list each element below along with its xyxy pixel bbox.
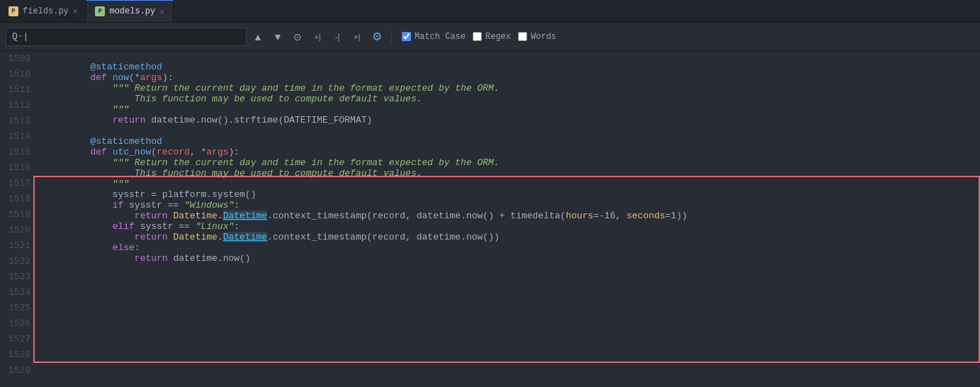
add-rule-button[interactable]: +| [309, 28, 326, 46]
clear-button[interactable]: ×| [349, 28, 366, 46]
words-text: Words [531, 32, 556, 42]
settings-button[interactable]: ⚙ [368, 28, 385, 46]
nav-down-button[interactable]: ▼ [269, 28, 286, 46]
match-case-label[interactable]: Match Case [402, 32, 466, 42]
tab-fields-label: fields.py [23, 6, 69, 16]
search-bar: ▲ ▼ ⊙ +| -| ×| ⚙ Match Case Regex Words [0, 23, 980, 51]
line-numbers: 1509 1510 1511 1512 1513 1514 1515 1516 … [0, 51, 39, 387]
regex-text: Regex [485, 32, 511, 42]
models-icon: P [95, 6, 105, 16]
match-case-text: Match Case [415, 32, 466, 42]
code-block: @staticmethod def now(*args): """ Return… [46, 51, 980, 274]
code-area: @staticmethod def now(*args): """ Return… [39, 51, 980, 387]
editor: 1509 1510 1511 1512 1513 1514 1515 1516 … [0, 51, 980, 387]
regex-label[interactable]: Regex [473, 32, 511, 42]
fields-icon: P [9, 6, 18, 16]
regex-checkbox[interactable] [473, 32, 482, 41]
tab-fields[interactable]: P fields.py ✕ [0, 0, 86, 22]
tab-models[interactable]: P models.py ✕ [86, 0, 173, 22]
nav-up-button[interactable]: ▲ [249, 28, 266, 46]
remove-rule-button[interactable]: -| [329, 28, 346, 46]
tab-models-label: models.py [109, 6, 155, 16]
find-in-files-button[interactable]: ⊙ [289, 28, 306, 46]
words-label[interactable]: Words [518, 32, 556, 42]
separator [391, 30, 392, 44]
words-checkbox[interactable] [518, 32, 527, 41]
tab-models-close[interactable]: ✕ [159, 7, 164, 16]
tab-fields-close[interactable]: ✕ [73, 6, 78, 16]
tab-bar: P fields.py ✕ P models.py ✕ [0, 0, 980, 23]
match-case-checkbox[interactable] [402, 32, 411, 41]
search-input[interactable] [6, 28, 247, 46]
